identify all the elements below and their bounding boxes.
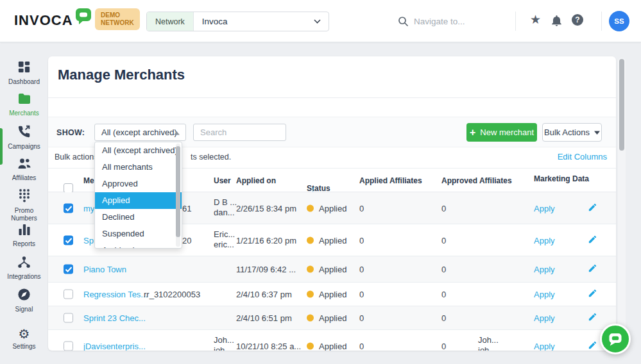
topbar-divider (515, 12, 516, 31)
bulk-note-fragment: ts selected. (191, 153, 231, 161)
campaigns-phone-icon (17, 125, 31, 138)
menu-option-selected[interactable]: Applied (95, 192, 182, 209)
edit-pencil-icon[interactable] (588, 340, 597, 351)
merchant-id: 61 (182, 203, 191, 213)
topbar-divider (601, 12, 602, 31)
signal-compass-icon (17, 288, 31, 301)
edit-pencil-icon[interactable] (588, 312, 597, 324)
col-header-marketing-data[interactable]: Marketing Data (534, 174, 589, 183)
menu-option[interactable]: Declined (95, 209, 182, 226)
col-header-approved-affiliates[interactable]: Approved Affiliates (441, 176, 512, 185)
marketing-apply-link[interactable]: Apply (534, 341, 555, 351)
row-checkbox[interactable] (64, 235, 73, 245)
merchant-link[interactable]: Regression Tes... (83, 290, 148, 299)
help-icon[interactable]: ? (572, 14, 583, 26)
show-filter-select[interactable]: All (except archived) (94, 124, 186, 141)
marketing-apply-link[interactable]: Apply (534, 313, 555, 323)
applied-affiliates-cell: 0 (359, 341, 364, 351)
approved-affiliates-cell: 0 (441, 290, 446, 299)
applied-on-cell: 1/21/16 6:20 pm (236, 235, 296, 245)
navigate-to-input[interactable] (414, 17, 497, 26)
invoca-logo-bubble-icon (75, 7, 93, 28)
status-cell: Applied (307, 290, 346, 299)
row-checkbox[interactable] (64, 341, 73, 351)
status-cell: Applied (307, 265, 346, 274)
notifications-bell-icon[interactable] (551, 14, 563, 29)
status-badge: Applied (319, 203, 346, 213)
new-merchant-button[interactable]: + New merchant (466, 123, 537, 142)
sidebar-item-promo-numbers[interactable]: Promo Numbers (0, 188, 48, 222)
merchant-link[interactable]: my (83, 203, 94, 213)
marketing-apply-link[interactable]: Apply (534, 265, 555, 274)
row-checkbox[interactable] (64, 313, 73, 323)
menu-option[interactable]: Suspended (95, 226, 182, 242)
applied-on-cell: 11/17/09 6:42 ... (236, 265, 296, 274)
page-scrollbar-thumb[interactable] (619, 59, 624, 151)
applied-on-cell: 2/26/15 8:34 pm (236, 203, 296, 213)
edit-pencil-icon[interactable] (588, 235, 597, 246)
chevron-down-icon (314, 19, 321, 24)
sidebar-item-campaigns[interactable]: Campaigns (0, 125, 48, 151)
applied-affiliates-cell: 0 (359, 290, 364, 299)
row-checkbox[interactable] (64, 265, 73, 274)
status-cell: Applied (307, 341, 346, 351)
integrations-nodes-icon (17, 256, 31, 269)
merchant-search-input[interactable] (193, 124, 286, 141)
marketing-apply-link[interactable]: Apply (534, 203, 555, 213)
status-dot-icon (307, 291, 314, 298)
applied-on-cell: 10/21/10 8:25 a... (236, 341, 301, 351)
network-selector-label: Network (147, 12, 194, 31)
sidebar-item-dashboard[interactable]: Dashboard (0, 60, 48, 86)
marketing-apply-link[interactable]: Apply (534, 235, 555, 245)
merchant-link[interactable]: Piano Town (83, 265, 126, 274)
caret-up-icon (174, 131, 180, 135)
edit-columns-link[interactable]: Edit Columns (558, 152, 607, 161)
menu-option[interactable]: All merchants (95, 159, 182, 176)
col-header-applied-on[interactable]: Applied on (236, 176, 276, 185)
merchants-folder-icon (17, 92, 31, 105)
col-header-user[interactable]: User (214, 176, 231, 185)
status-badge: Applied (319, 290, 346, 299)
edit-pencil-icon[interactable] (588, 263, 597, 275)
favorites-star-icon[interactable]: ★ (530, 13, 541, 26)
merchant-link[interactable]: jDavisenterpris... (83, 341, 146, 351)
row-checkbox[interactable] (64, 203, 73, 213)
affiliates-people-icon (17, 158, 31, 170)
edit-pencil-icon[interactable] (588, 203, 597, 214)
user-cell: Eric...eric... (214, 229, 235, 251)
sidebar-item-affiliates[interactable]: Affiliates (0, 158, 48, 182)
status-badge: Applied (319, 235, 346, 245)
user-avatar[interactable]: SS (609, 11, 629, 31)
applied-on-cell: 2/4/10 6:37 pm (236, 290, 292, 299)
menu-option[interactable]: All (except archived) (95, 142, 182, 159)
sidebar-nav: Dashboard Merchants Campaigns Affiliates (0, 42, 48, 364)
merchant-link[interactable]: Sprint 23 Chec... (83, 313, 146, 323)
applied-affiliates-cell: 0 (359, 265, 364, 274)
network-selector[interactable]: Network Invoca (146, 12, 329, 31)
sidebar-item-merchants[interactable]: Merchants (0, 92, 48, 117)
caret-down-icon (594, 131, 600, 135)
applied-affiliates-cell: 0 (359, 203, 364, 213)
sidebar-item-integrations[interactable]: Integrations (0, 256, 48, 281)
row-checkbox[interactable] (64, 290, 73, 299)
sidebar-item-reports[interactable]: Reports (0, 223, 48, 248)
status-badge: Applied (319, 341, 346, 351)
marketing-apply-link[interactable]: Apply (534, 290, 555, 299)
col-header-applied-affiliates[interactable]: Applied Affiliates (359, 176, 422, 185)
promo-numbers-dialpad-icon (18, 188, 31, 203)
table-row: Piano Town 11/17/09 6:42 ... Applied 0 0… (48, 256, 616, 283)
invoca-logo: INVOCA (14, 12, 73, 29)
sidebar-item-signal[interactable]: Signal (0, 288, 48, 313)
chat-bubble-icon (607, 331, 624, 347)
user-cell: Joh...joh... (214, 335, 234, 351)
applied-affiliates-cell: 0 (359, 235, 364, 245)
table-row: jDavisenterpris... Joh...joh... Joh...jo… (48, 330, 616, 351)
menu-option[interactable]: Approved (95, 176, 182, 192)
menu-option[interactable]: Archived (95, 242, 182, 249)
chat-launcher-button[interactable] (600, 324, 631, 354)
sidebar-item-settings[interactable]: ⚙ Settings (0, 327, 48, 351)
approved-affiliates-cell: 0 (441, 313, 446, 323)
edit-pencil-icon[interactable] (588, 288, 597, 300)
dropdown-scrollbar-thumb[interactable] (176, 146, 180, 237)
bulk-actions-button[interactable]: Bulk Actions (542, 123, 602, 142)
